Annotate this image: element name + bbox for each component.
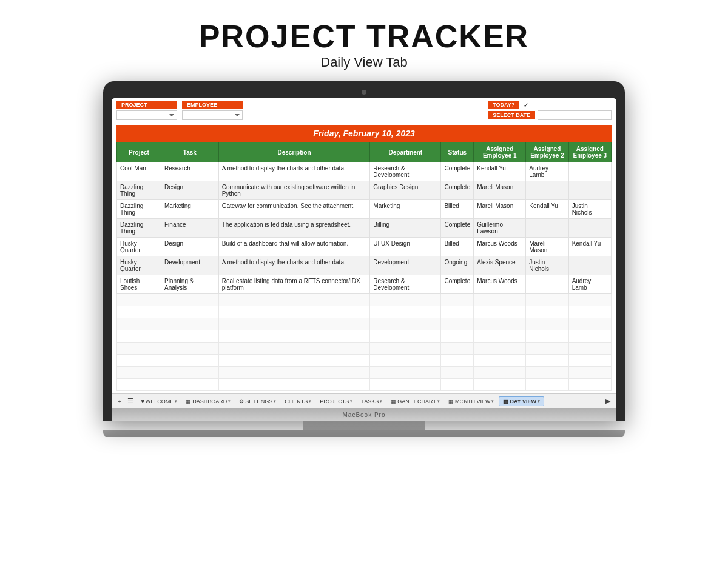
empty-cell	[218, 294, 370, 306]
camera	[362, 90, 366, 95]
month-icon: ▦	[448, 398, 454, 404]
scroll-right-button[interactable]: ▶	[603, 396, 613, 406]
tab-tasks[interactable]: TASKS ▾	[357, 397, 386, 406]
date-header: Friday, February 10, 2023	[116, 125, 612, 142]
gantt-icon: ▦	[391, 398, 396, 404]
empty-row	[117, 306, 612, 318]
cell-description: The application is fed data using a spre…	[218, 219, 370, 238]
empty-cell	[117, 318, 161, 330]
tab-dashboard-label: DASHBOARD	[192, 398, 227, 404]
add-tab-button[interactable]: +	[115, 396, 124, 406]
empty-cell	[568, 330, 611, 343]
dashboard-icon: ▦	[186, 398, 191, 404]
empty-cell	[474, 330, 526, 343]
tab-projects[interactable]: PROJECTS ▾	[316, 397, 356, 406]
cell-department: Research & Development	[370, 162, 441, 181]
col-department: Department	[370, 142, 441, 162]
empty-cell	[441, 318, 474, 330]
empty-cell	[526, 355, 568, 367]
table-row: Dazzling ThingDesignCommunicate with our…	[117, 181, 612, 200]
cell-project: Cool Man	[117, 162, 161, 181]
project-select[interactable]	[116, 110, 177, 120]
empty-cell	[441, 343, 474, 355]
cell-task: Design	[161, 181, 219, 200]
empty-cell	[474, 355, 526, 367]
empty-row	[117, 343, 612, 355]
employee-select[interactable]	[182, 110, 243, 120]
employee-label: EMPLOYEE	[182, 101, 243, 109]
empty-cell	[161, 318, 219, 330]
macbook-stand	[103, 421, 625, 430]
empty-row	[117, 379, 612, 391]
cell-emp3	[568, 181, 611, 200]
empty-cell	[161, 355, 219, 367]
today-row: TODAY? ✓	[488, 101, 612, 109]
empty-cell	[474, 294, 526, 306]
stand-neck	[303, 421, 425, 430]
empty-cell	[218, 355, 370, 367]
empty-cell	[218, 379, 370, 391]
cell-department: Marketing	[370, 200, 441, 219]
cell-emp3: Audrey Lamb	[568, 275, 611, 294]
empty-row	[117, 318, 612, 330]
empty-cell	[568, 343, 611, 355]
tab-gantt-label: GANTT CHART	[397, 398, 436, 404]
empty-cell	[370, 355, 441, 367]
cell-status: Billed	[441, 238, 474, 256]
date-input[interactable]	[538, 110, 612, 120]
cell-description: A method to display the charts and other…	[218, 162, 370, 181]
empty-cell	[117, 355, 161, 367]
empty-cell	[370, 330, 441, 343]
table-row: Husky QuarterDesignBuild of a dashboard …	[117, 238, 612, 256]
tab-day[interactable]: ▦ DAY VIEW ▾	[499, 396, 544, 406]
tab-welcome[interactable]: ♥ WELCOME ▾	[137, 397, 181, 406]
empty-cell	[117, 367, 161, 379]
page-title: PROJECT TRACKER	[199, 18, 529, 55]
tab-clients[interactable]: CLIENTS ▾	[281, 397, 315, 406]
table-row: Dazzling ThingFinanceThe application is …	[117, 219, 612, 238]
tab-dashboard[interactable]: ▦ DASHBOARD ▾	[182, 397, 234, 406]
cell-description: Communicate with our existing software w…	[218, 181, 370, 200]
today-checkbox[interactable]: ✓	[522, 101, 530, 109]
cell-task: Planning & Analysis	[161, 275, 219, 294]
cell-department: UI UX Design	[370, 238, 441, 256]
empty-cell	[526, 379, 568, 391]
spreadsheet: PROJECT EMPLOYEE TODAY? ✓	[112, 98, 616, 393]
cell-emp2: Kendall Yu	[526, 200, 568, 219]
data-table: Project Task Description Department Stat…	[116, 142, 612, 391]
empty-cell	[218, 330, 370, 343]
col-emp1: AssignedEmployee 1	[474, 142, 526, 162]
tab-clients-label: CLIENTS	[285, 398, 308, 404]
empty-cell	[441, 367, 474, 379]
cell-task: Design	[161, 238, 219, 256]
cell-status: Complete	[441, 219, 474, 238]
empty-cell	[370, 379, 441, 391]
empty-cell	[441, 379, 474, 391]
tab-tasks-label: TASKS	[361, 398, 379, 404]
tab-month[interactable]: ▦ MONTH VIEW ▾	[445, 397, 498, 406]
cell-status: Complete	[441, 181, 474, 200]
macbook-frame: PROJECT EMPLOYEE TODAY? ✓	[103, 81, 625, 421]
table-row: Husky QuarterDevelopmentA method to disp…	[117, 256, 612, 275]
col-task: Task	[161, 142, 219, 162]
cell-project: Dazzling Thing	[117, 219, 161, 238]
empty-cell	[218, 306, 370, 318]
col-emp2: AssignedEmployee 2	[526, 142, 568, 162]
cell-project: Husky Quarter	[117, 238, 161, 256]
empty-cell	[161, 306, 219, 318]
cell-project: Loutish Shoes	[117, 275, 161, 294]
project-label: PROJECT	[116, 101, 177, 109]
cell-emp2: Audrey Lamb	[526, 162, 568, 181]
cell-status: Complete	[441, 162, 474, 181]
col-emp3: AssignedEmployee 3	[568, 142, 611, 162]
tab-settings[interactable]: ⚙ SETTINGS ▾	[235, 397, 280, 406]
empty-cell	[474, 367, 526, 379]
empty-cell	[441, 330, 474, 343]
empty-cell	[474, 343, 526, 355]
page-subtitle: Daily View Tab	[320, 55, 407, 70]
tab-projects-label: PROJECTS	[320, 398, 349, 404]
table-row: Dazzling ThingMarketingGateway for commu…	[117, 200, 612, 219]
tab-gantt[interactable]: ▦ GANTT CHART ▾	[387, 397, 443, 406]
menu-button[interactable]: ☰	[125, 396, 136, 406]
empty-cell	[370, 367, 441, 379]
